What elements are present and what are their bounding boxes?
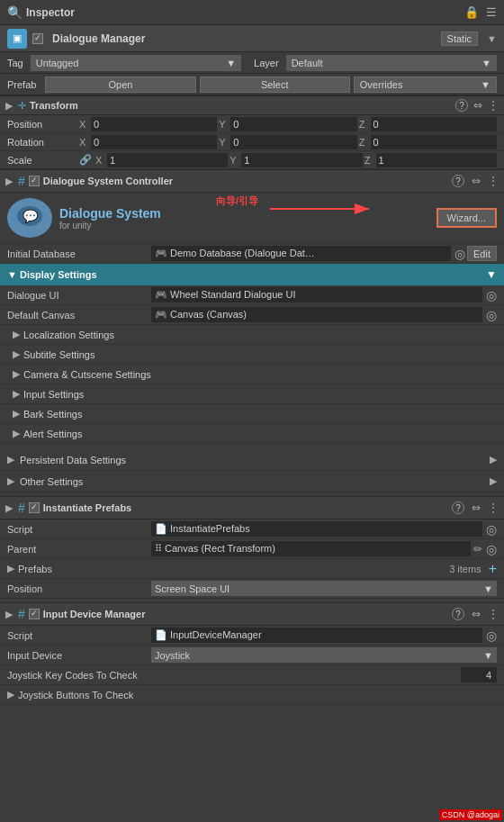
scale-x-input[interactable] [107,153,228,167]
instantiate-menu-icon[interactable]: ⋮ [488,501,499,514]
transform-help-icon[interactable]: ? [455,99,468,112]
position-y-input[interactable] [230,117,356,131]
persistent-data-row[interactable]: ▶ Persistent Data Settings ▶ [0,449,504,471]
input-device-help-icon[interactable]: ? [452,608,464,620]
input-device-manager-title: Input Device Manager [43,609,452,619]
initial-database-circle-btn[interactable]: ◎ [454,247,465,261]
camera-label: Camera & Cutscene Settings [23,369,151,380]
position-z-input[interactable] [371,117,497,131]
input-device-link-icon[interactable]: ⇔ [472,608,481,620]
input-device-manager-header[interactable]: ▶ # Input Device Manager ? ⇔ ⋮ [0,602,504,626]
joystick-buttons-row: ▶ Joystick Buttons To Check [0,685,504,705]
tag-dropdown[interactable]: Untagged ▼ [31,55,241,71]
default-canvas-row: Default Canvas 🎮 Canvas (Canvas) ◎ [0,305,504,325]
gameobject-icon: ▣ [7,29,27,49]
rotation-z-input[interactable] [371,135,497,149]
layer-value: Default [292,58,323,68]
input-device-value: Joystick [155,650,190,661]
tag-value: Untagged [36,58,79,68]
dialogue-ui-circle-btn[interactable]: ◎ [486,288,497,303]
transform-section-header[interactable]: ▶ ✛ Transform ? ⇔ ⋮ [0,95,504,115]
overrides-arrow: ▼ [481,79,490,90]
rotation-x-input[interactable] [91,135,217,149]
input-device-script-circle-btn[interactable]: ◎ [486,628,497,643]
inspector-header-left: 🔍 Inspector [7,5,75,20]
other-settings-row[interactable]: ▶ Other Settings ▶ [0,471,504,492]
initial-database-label: Initial Database [7,248,151,259]
gameobject-name: Dialogue Manager [52,32,436,45]
bark-label: Bark Settings [23,409,82,420]
other-settings-label: Other Settings [20,476,490,487]
scale-y-input[interactable] [241,153,362,167]
wizard-button[interactable]: Wizard... [436,208,497,228]
position-y-letter: Y [219,119,229,130]
instantiate-position-dropdown[interactable]: Screen Space UI ▼ [151,581,497,596]
gameobject-bar: ▣ Dialogue Manager Static ▼ [0,25,504,52]
rotation-z-item: Z [359,135,497,149]
rotation-row: Rotation X Y Z [0,133,504,151]
scale-xyz: X Y Z [95,153,497,167]
transform-menu-icon[interactable]: ⋮ [488,99,499,112]
subtitle-settings-row[interactable]: ▶ Subtitle Settings [0,345,504,365]
subtitle-arrow: ▶ [13,348,20,360]
input-device-menu-icon[interactable]: ⋮ [488,608,499,620]
camera-arrow: ▶ [13,368,20,380]
dialogue-controller-header[interactable]: ▶ # Dialogue System Controller ? ⇔ ⋮ [0,169,504,193]
display-settings-header[interactable]: ▼ Display Settings ▼ [0,264,504,285]
instantiate-prefabs-icons: ? ⇔ ⋮ [452,501,499,514]
prefab-overrides-dropdown[interactable]: Overrides ▼ [354,77,497,93]
alert-settings-row[interactable]: ▶ Alert Settings [0,424,504,444]
static-badge: Static [441,32,479,46]
input-device-manager-icons: ? ⇔ ⋮ [452,608,499,620]
instantiate-checkbox[interactable] [29,502,40,513]
instantiate-link-icon[interactable]: ⇔ [472,501,481,514]
localization-settings-row[interactable]: ▶ Localization Settings [0,325,504,345]
camera-cutscene-row[interactable]: ▶ Camera & Cutscene Settings [0,365,504,384]
lock-icon[interactable]: 🔒 [464,5,479,19]
instantiate-prefabs-list-arrow[interactable]: ▶ [7,563,14,574]
transform-link-icon[interactable]: ⇔ [473,99,482,112]
joystick-buttons-arrow[interactable]: ▶ [7,689,14,700]
input-device-script-value: 📄 InputDeviceManager [151,628,482,643]
instantiate-add-prefab-button[interactable]: + [489,561,497,577]
other-settings-arrow: ▶ [7,475,14,487]
dialogue-logo-icon: 💬 [7,198,52,238]
position-row: Position X Y Z [0,115,504,133]
instantiate-parent-circle-btn[interactable]: ◎ [486,542,497,556]
initial-database-edit-button[interactable]: Edit [467,246,497,261]
input-device-checkbox[interactable] [29,609,40,619]
layer-dropdown[interactable]: Default ▼ [286,55,497,71]
dialogue-controller-link-icon[interactable]: ⇔ [472,175,481,187]
input-device-dropdown-arrow: ▼ [483,650,493,661]
tag-label: Tag [7,58,23,68]
static-dropdown-arrow[interactable]: ▼ [487,33,497,44]
bark-settings-row[interactable]: ▶ Bark Settings [0,404,504,424]
rotation-x-letter: X [79,137,89,148]
input-device-dropdown[interactable]: Joystick ▼ [151,647,497,663]
instantiate-prefabs-list-label: Prefabs [18,564,162,574]
instantiate-help-icon[interactable]: ? [452,501,464,514]
scale-x-item: X [95,153,228,167]
prefab-select-button[interactable]: Select [200,77,350,93]
default-canvas-value: 🎮 Canvas (Canvas) [151,307,482,322]
prefab-label: Prefab [7,79,36,90]
input-settings-row[interactable]: ▶ Input Settings [0,384,504,404]
default-canvas-circle-btn[interactable]: ◎ [486,308,497,322]
alert-arrow: ▶ [13,428,20,439]
gameobject-checkbox[interactable] [32,33,43,44]
instantiate-parent-pencil-icon[interactable]: ✏ [473,543,482,556]
instantiate-parent-label: Parent [7,544,151,555]
dialogue-controller-help-icon[interactable]: ? [452,175,464,187]
dialogue-controller-checkbox[interactable] [29,176,40,186]
scale-row: Scale 🔗 X Y Z [0,151,504,169]
rotation-y-input[interactable] [230,135,356,149]
instantiate-prefabs-header[interactable]: ▶ # Instantiate Prefabs ? ⇔ ⋮ [0,496,504,519]
scale-y-letter: Y [230,155,239,166]
scale-z-input[interactable] [376,153,497,167]
instantiate-script-circle-btn[interactable]: ◎ [486,522,497,537]
menu-icon[interactable]: ☰ [486,5,497,19]
dialogue-controller-menu-icon[interactable]: ⋮ [488,175,499,187]
prefab-open-button[interactable]: Open [45,77,195,93]
scale-lock-icon[interactable]: 🔗 [79,154,92,166]
position-x-input[interactable] [91,117,217,131]
